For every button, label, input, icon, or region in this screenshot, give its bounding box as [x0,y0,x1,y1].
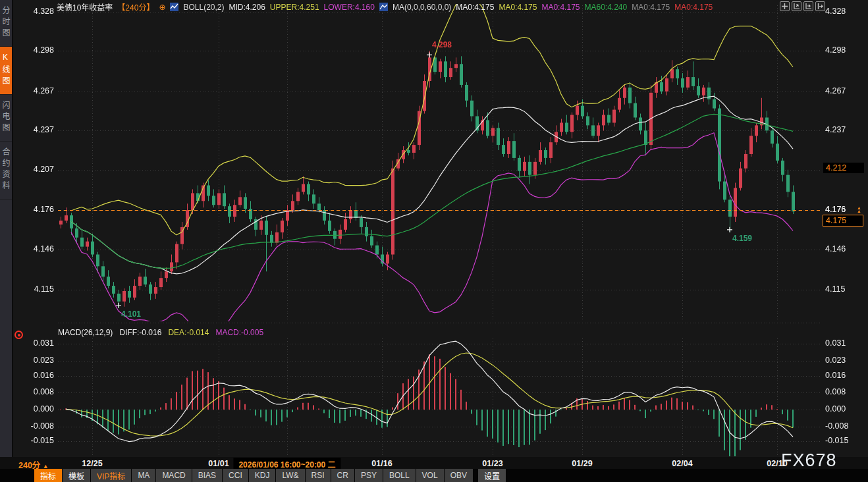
toolbar-button-指标[interactable]: 指标 [34,469,62,482]
macd-axis-label-right: -0.008 [825,421,866,431]
add-indicator-icon[interactable]: ⊕ [159,3,165,12]
macd-panel-icon[interactable] [14,331,23,339]
macd-axis-label-left: 0.023 [16,356,54,365]
move-icon[interactable] [780,1,790,11]
y-axis-label-left: 4.146 [16,244,54,254]
toolbar-button-RSI[interactable]: RSI [306,469,331,482]
chart-window-controls [780,1,825,11]
price-annotation: 4.101 [121,309,141,319]
y-axis-label-left: 4.328 [16,7,54,16]
macd-axis-label-left: 0.000 [16,404,54,414]
boll-upper-value: UPPER:4.251 [270,3,319,12]
toolbar-button-LW&[interactable]: LW& [276,469,304,482]
x-axis-label: 01/01 [208,459,229,468]
boll-params: BOLL(20,2) [183,3,224,12]
ma-value-4: MA0:4.175 [632,3,670,12]
period-label: 【240分】 [117,1,154,13]
toolbar-button-MA[interactable]: MA [132,469,155,482]
ma-chart-icon [379,3,388,11]
toolbar-button-VOL[interactable]: VOL [416,469,444,482]
y-axis-label-right: 4.115 [825,284,866,294]
x-axis-label: 12/25 [82,459,102,468]
scale-right-icon[interactable] [803,1,813,11]
y-axis-label-left: 4.207 [16,165,54,174]
macd-axis-label-left: 0.008 [16,387,54,396]
toolbar-button-VIP指标[interactable]: VIP指标 [91,469,131,482]
boll-mid-value: MID:4.206 [229,3,265,12]
boll-chart-icon [170,3,178,11]
x-axis-label: 01/16 [371,459,392,468]
macd-axis-label-right: 0.023 [825,356,866,365]
toolbar-button-BIAS[interactable]: BIAS [192,469,222,482]
toolbar-button-OBV[interactable]: OBV [445,469,473,482]
macd-axis-label-left: 0.016 [16,371,54,380]
toolbar-button-BOLL[interactable]: BOLL [383,469,416,482]
ma-value-5: MA0:4.175 [674,3,713,12]
indicator-header: 美债10年收益率 【240分】 ⊕ BOLL(20,2) MID:4.206 U… [57,1,713,13]
sidebar-tab-0[interactable]: 分时图 [0,0,12,47]
toolbar-button-CCI[interactable]: CCI [223,469,248,482]
macd-axis-label-right: 0.008 [825,387,866,396]
y-axis-label-left: 4.237 [16,125,54,134]
macd-params: MACD(26,12,9) [58,328,113,337]
y-axis-label-left: 4.115 [16,284,54,294]
chart-app-window: 分时图K线图闪电图合约资料 美债10年收益率 【240分】 ⊕ BOLL(20,… [0,0,868,482]
watermark: FX678 [781,450,837,471]
y-axis-label-right: 4.146 [825,244,866,254]
macd-header: MACD(26,12,9) DIFF:-0.016 DEA:-0.014 MAC… [58,328,263,337]
y-axis-label-right: 4.328 [825,7,866,16]
y-axis-label-left: 4.298 [16,45,54,55]
ma-value-3: MA60:4.240 [584,3,627,12]
ma-value-0: MA0:4.175 [456,3,494,12]
sidebar-tab-1[interactable]: K线图 [0,47,12,95]
y-axis-label-right: 4.267 [825,86,866,95]
macd-macd-value: MACD:-0.005 [215,328,263,337]
macd-axis-label-right: 0.031 [825,338,866,348]
macd-axis-label-left: 0.031 [16,338,54,348]
ma-value-2: MA0:4.175 [541,3,580,12]
sidebar-tab-2[interactable]: 闪电图 [0,95,12,142]
macd-axis-label-right: -0.015 [825,436,866,445]
x-axis-label: 01/29 [572,459,592,468]
x-axis-label: 02/04 [672,459,692,468]
ma-value-1: MA0:4.175 [499,3,537,12]
toolbar-button-PSY[interactable]: PSY [355,469,383,482]
toolbar-button-MACD[interactable]: MACD [156,469,191,482]
shift-right-icon[interactable] [815,1,825,11]
sidebar: 分时图K线图闪电图合约资料 [0,0,13,457]
price-annotation: 4.159 [732,234,752,243]
y-axis-label-right: 4.237 [825,125,866,134]
y-axis-label-left: 4.267 [16,86,54,95]
x-axis-label: 01/23 [482,459,502,468]
macd-dea-value: DEA:-0.014 [168,328,209,337]
sidebar-tab-3[interactable]: 合约资料 [0,142,12,200]
toolbar-button-模板[interactable]: 模板 [63,469,90,482]
toolbar-button-设置[interactable]: 设置 [478,469,506,482]
ma-params: MA(0,0,0,60,0,0) [393,3,451,12]
macd-axis-label-right: 0.016 [825,371,866,380]
ma-values: MA0:4.175MA0:4.175MA0:4.175MA60:4.240MA0… [456,3,713,12]
indicator-toolbar: 指标模板VIP指标MAMACDBIASCCIKDJLW&RSICRPSYBOLL… [34,469,506,482]
line-value-marker: 4.212 [823,163,864,173]
main-chart-canvas[interactable] [0,0,868,457]
y-axis-label-right: 4.298 [825,45,866,55]
boll-lower-value: LOWER:4.160 [324,3,375,12]
symbol-title: 美债10年收益率 [57,1,113,13]
toolbar-button-CR[interactable]: CR [331,469,354,482]
price-annotation: 4.298 [432,40,452,49]
scale-up-icon[interactable] [792,1,801,11]
macd-axis-label-left: -0.015 [16,436,54,445]
macd-axis-label-left: -0.008 [16,421,54,431]
last-price-marker: 4.175 [823,215,863,227]
macd-axis-label-right: 0.000 [825,404,866,414]
double-up-arrow-icon: ▲▲ [857,206,861,213]
toolbar-button-KDJ[interactable]: KDJ [249,469,276,482]
time-axis-row [0,457,868,469]
macd-diff-value: DIFF:-0.016 [119,328,161,337]
y-axis-label-left: 4.176 [16,205,54,214]
